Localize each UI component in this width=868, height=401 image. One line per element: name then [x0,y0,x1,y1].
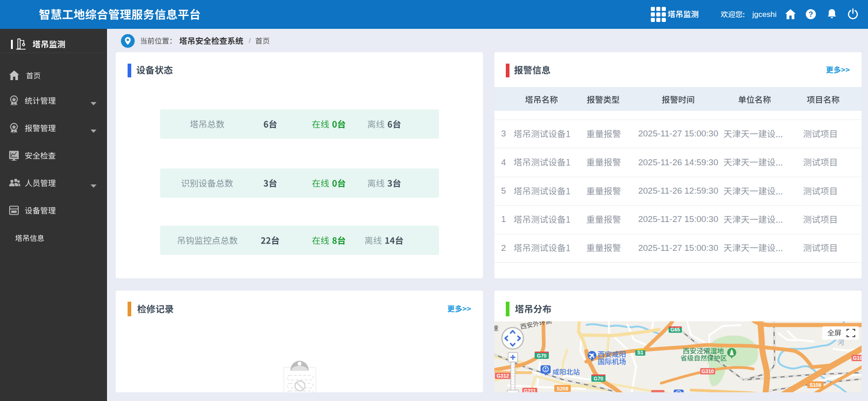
svg-text:?: ? [809,11,813,18]
